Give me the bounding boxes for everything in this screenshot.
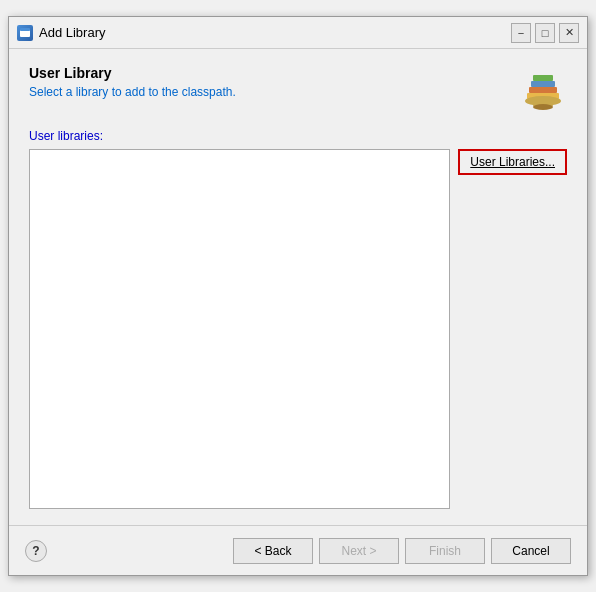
title-bar-controls: − □ ✕ (511, 23, 579, 43)
svg-rect-5 (533, 75, 553, 81)
window-icon (17, 25, 33, 41)
page-header: User Library Select a library to add to … (29, 65, 567, 113)
window-title: Add Library (39, 25, 105, 40)
svg-rect-0 (20, 30, 30, 37)
library-illustration-icon (519, 65, 567, 113)
footer: ? < Back Next > Finish Cancel (9, 525, 587, 575)
help-button[interactable]: ? (25, 540, 47, 562)
cancel-button[interactable]: Cancel (491, 538, 571, 564)
page-header-text: User Library Select a library to add to … (29, 65, 236, 99)
svg-rect-4 (531, 81, 555, 87)
minimize-button[interactable]: − (511, 23, 531, 43)
page-subtitle: Select a library to add to the classpath… (29, 85, 236, 99)
next-button[interactable]: Next > (319, 538, 399, 564)
content-area: User Library Select a library to add to … (9, 49, 587, 525)
maximize-button[interactable]: □ (535, 23, 555, 43)
libraries-list-container[interactable] (29, 149, 450, 509)
libraries-section: User Libraries... (29, 149, 567, 509)
title-bar-left: Add Library (17, 25, 105, 41)
libraries-list (30, 150, 449, 508)
user-libraries-button[interactable]: User Libraries... (458, 149, 567, 175)
svg-rect-3 (529, 87, 557, 93)
libraries-section-label: User libraries: (29, 129, 567, 143)
footer-left: ? (25, 540, 47, 562)
libraries-buttons: User Libraries... (458, 149, 567, 509)
page-title: User Library (29, 65, 236, 81)
add-library-window: Add Library − □ ✕ User Library Select a … (8, 16, 588, 576)
svg-rect-1 (20, 28, 30, 31)
back-button[interactable]: < Back (233, 538, 313, 564)
title-bar: Add Library − □ ✕ (9, 17, 587, 49)
finish-button[interactable]: Finish (405, 538, 485, 564)
svg-point-8 (533, 104, 553, 110)
footer-right: < Back Next > Finish Cancel (233, 538, 571, 564)
close-button[interactable]: ✕ (559, 23, 579, 43)
